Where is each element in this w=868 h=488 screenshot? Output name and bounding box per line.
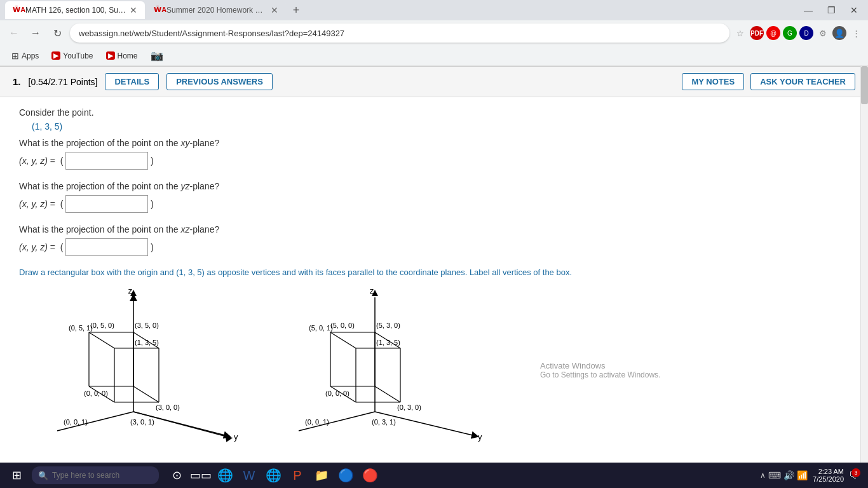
xz-prefix: (x, y, z) = ( xyxy=(19,242,63,252)
extension-icon-1[interactable]: @ xyxy=(766,26,780,40)
bookmark-star-icon[interactable]: ☆ xyxy=(733,26,747,40)
maximize-button[interactable]: ❐ xyxy=(822,4,840,17)
question-body: Consider the point. (1, 3, 5) What is th… xyxy=(0,97,868,449)
d2-label-500: (5, 0, 0) xyxy=(330,322,355,329)
title-bar: W̃A MATH 126, section 100, Summer ✕ W̃A … xyxy=(0,0,868,20)
menu-button[interactable]: ⋮ xyxy=(849,26,863,40)
notification-badge[interactable]: 🗨 3 xyxy=(849,470,859,481)
diagram-1: z y (0, 5, 1) (0, 5, 0) (3, 5, 0) (1, 3,… xyxy=(32,285,235,439)
xy-suffix: ) xyxy=(151,156,154,166)
taskbar-pinned-icons: ⊙ ▭▭ 🌐 W 🌐 P 📁 🔵 🔴 xyxy=(165,464,381,487)
taskbar-clock[interactable]: 2:23 AM 7/25/2020 xyxy=(813,468,844,483)
bookmarks-bar: ⊞ Apps ▶ YouTube ▶ Home 📷 xyxy=(0,46,868,66)
tab-close-2[interactable]: ✕ xyxy=(271,5,278,15)
system-tray-icons: ∧ ⌨ 🔊 📶 xyxy=(760,470,808,480)
question-number: 1. xyxy=(13,76,21,87)
xy-answer-input[interactable] xyxy=(65,152,148,170)
d2-label-000: (0, 0, 0) xyxy=(325,390,349,397)
taskbar: ⊞ 🔍 ⊙ ▭▭ 🌐 W 🌐 P 📁 🔵 🔴 ∧ ⌨ 🔊 📶 2:23 AM 7… xyxy=(0,463,868,488)
youtube-icon: ▶ xyxy=(51,51,60,60)
home-icon: ▶ xyxy=(106,51,115,60)
tray-volume-icon[interactable]: 🔊 xyxy=(783,470,794,480)
instagram-icon: 📷 xyxy=(151,50,163,62)
scroll-thumb[interactable] xyxy=(861,66,868,104)
xz-question-text: What is the projection of the point on t… xyxy=(19,224,849,234)
tab-title-2: Summer 2020 Homework 9 - MA xyxy=(166,6,267,15)
taskbar-file-explorer[interactable]: 📁 xyxy=(310,464,333,487)
yz-suffix: ) xyxy=(151,199,154,209)
yz-answer-input[interactable] xyxy=(65,195,148,213)
taskbar-task-view[interactable]: ▭▭ xyxy=(189,464,212,487)
tray-network-icon[interactable]: 📶 xyxy=(797,470,808,480)
d1-label-300: (3, 0, 0) xyxy=(156,403,180,411)
extension-icon-3[interactable]: D xyxy=(799,26,813,40)
xz-answer-input[interactable] xyxy=(65,238,148,256)
d1-y-label: y xyxy=(234,432,238,442)
extension-icon-2[interactable]: G xyxy=(783,26,797,40)
diagram-1-svg: z y (0, 5, 1) (0, 5, 0) (3, 5, 0) (1, 3,… xyxy=(32,285,235,437)
scrollbar[interactable] xyxy=(860,66,868,463)
svg-line-9 xyxy=(89,332,114,348)
d1-label-135: (1, 3, 5) xyxy=(135,339,159,346)
bookmark-apps[interactable]: ⊞ Apps xyxy=(6,50,44,62)
yz-prefix: (x, y, z) = ( xyxy=(19,199,63,209)
taskbar-cortana[interactable]: ⊙ xyxy=(165,464,188,487)
ask-teacher-button[interactable]: ASK YOUR TEACHER xyxy=(750,73,855,90)
search-icon: 🔍 xyxy=(38,471,48,480)
consider-text: Consider the point. xyxy=(19,107,849,118)
notification-count: 3 xyxy=(851,468,860,477)
activate-windows-line1: Activate Windows xyxy=(540,361,660,370)
back-button[interactable]: ← xyxy=(5,24,23,42)
tab-favicon-1: W̃A xyxy=(13,6,22,15)
taskbar-search-box[interactable]: 🔍 xyxy=(32,466,159,484)
details-button[interactable]: DETAILS xyxy=(105,73,159,90)
yz-input-row: (x, y, z) = ( ) xyxy=(19,195,849,213)
extensions-button[interactable]: ⚙ xyxy=(816,26,830,40)
tray-keyboard-icon[interactable]: ⌨ xyxy=(768,470,781,480)
diagram-2: z y (5, 0, 1) (5, 0, 0) (5, 3, 0) (1, 3,… xyxy=(273,285,489,439)
taskbar-chrome-2[interactable]: 🔴 xyxy=(358,464,381,487)
d1-z-label: z xyxy=(128,286,133,295)
xy-input-row: (x, y, z) = ( ) xyxy=(19,152,849,170)
tab-close-1[interactable]: ✕ xyxy=(130,5,137,15)
start-button[interactable]: ⊞ xyxy=(4,464,29,487)
bookmark-youtube-label: YouTube xyxy=(63,51,93,60)
minimize-button[interactable]: — xyxy=(799,4,817,17)
d2-label-001: (0, 0, 1) xyxy=(305,418,329,426)
taskbar-chrome-blue[interactable]: 🌐 xyxy=(262,464,285,487)
bookmark-youtube[interactable]: ▶ YouTube xyxy=(46,50,98,62)
taskbar-powerpoint[interactable]: P xyxy=(286,464,309,487)
previous-answers-button[interactable]: PREVIOUS ANSWERS xyxy=(166,73,273,90)
address-input[interactable] xyxy=(70,24,729,43)
taskbar-word[interactable]: W xyxy=(238,464,261,487)
address-bar: ← → ↻ ☆ PDF @ G D ⚙ 👤 ⋮ xyxy=(0,20,868,46)
svg-line-29 xyxy=(375,386,400,402)
xz-suffix: ) xyxy=(151,242,154,252)
my-notes-button[interactable]: MY NOTES xyxy=(682,73,744,90)
tab-title-1: MATH 126, section 100, Summer xyxy=(25,6,126,15)
forward-button[interactable]: → xyxy=(27,24,44,42)
tab-inactive[interactable]: W̃A Summer 2020 Homework 9 - MA ✕ xyxy=(146,1,286,19)
draw-instruction: Draw a rectangular box with the origin a… xyxy=(19,268,849,277)
bookmark-instagram[interactable]: 📷 xyxy=(146,48,168,63)
xz-input-row: (x, y, z) = ( ) xyxy=(19,238,849,256)
diagram-2-svg: z y (5, 0, 1) (5, 0, 0) (5, 3, 0) (1, 3,… xyxy=(273,285,489,437)
tab-active[interactable]: W̃A MATH 126, section 100, Summer ✕ xyxy=(5,1,145,19)
close-button[interactable]: ✕ xyxy=(845,4,863,17)
taskbar-chrome[interactable]: 🔵 xyxy=(334,464,357,487)
points-display: [0.54/2.71 Points] xyxy=(29,77,98,87)
taskbar-edge[interactable]: 🌐 xyxy=(214,464,236,487)
new-tab-button[interactable]: + xyxy=(287,1,305,19)
pdf-icon[interactable]: PDF xyxy=(750,26,764,40)
bookmark-home[interactable]: ▶ Home xyxy=(101,50,143,62)
window-controls: — ❐ ✕ xyxy=(799,4,863,17)
question-header: 1. [0.54/2.71 Points] DETAILS PREVIOUS A… xyxy=(0,67,868,97)
tray-up-arrow[interactable]: ∧ xyxy=(760,471,766,480)
xy-prefix: (x, y, z) = ( xyxy=(19,156,63,166)
reload-button[interactable]: ↻ xyxy=(48,24,66,42)
content-area: Consider the point. (1, 3, 5) What is th… xyxy=(0,97,868,488)
profile-icon[interactable]: 👤 xyxy=(832,26,846,40)
d2-z-label: z xyxy=(370,286,374,295)
svg-line-26 xyxy=(330,332,356,348)
taskbar-search-input[interactable] xyxy=(52,471,141,480)
